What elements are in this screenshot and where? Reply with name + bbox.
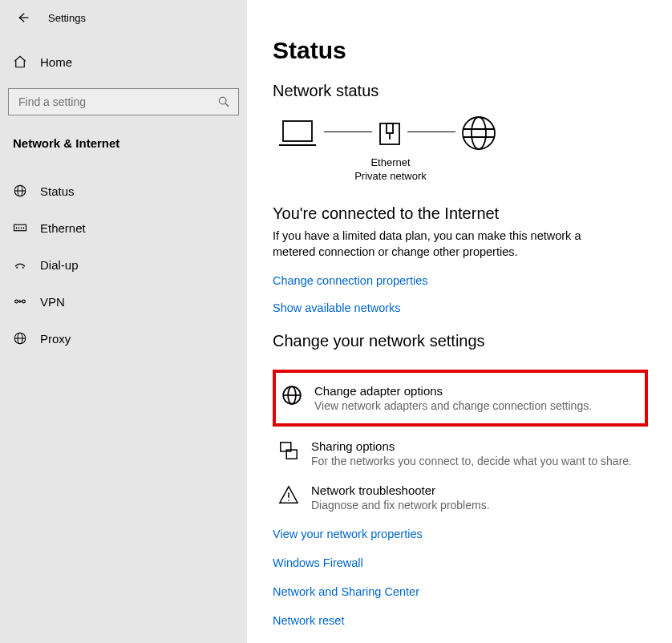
sharing-icon [277,439,300,462]
svg-rect-12 [387,123,393,133]
connected-desc: If you have a limited data plan, you can… [273,228,609,261]
connector-line [324,131,372,132]
link-windows-firewall[interactable]: Windows Firewall [273,556,648,569]
setting-title: Network troubleshooter [311,483,490,497]
svg-point-4 [16,267,18,269]
search-box[interactable] [8,88,239,115]
svg-point-7 [22,300,26,303]
page-title: Status [273,37,648,64]
sidebar-item-status[interactable]: Status [0,172,247,209]
sidebar: Settings Home Network & Internet [0,0,247,643]
link-change-connection-properties[interactable]: Change connection properties [273,274,648,287]
network-type: Private network [271,170,510,184]
sidebar-item-vpn[interactable]: VPN [0,283,247,320]
router-icon [377,119,403,148]
sidebar-item-proxy[interactable]: Proxy [0,320,247,357]
laptop-icon [276,117,319,149]
setting-desc: View network adapters and change connect… [314,399,592,412]
dialup-icon [13,257,27,272]
vpn-icon [13,294,27,309]
sidebar-item-dialup[interactable]: Dial-up [0,246,247,283]
setting-change-adapter-options[interactable]: Change adapter options View network adap… [273,370,648,427]
link-view-network-properties[interactable]: View your network properties [273,528,648,540]
svg-point-19 [288,500,289,502]
connected-title: You're connected to the Internet [273,204,648,223]
setting-sharing-options[interactable]: Sharing options For the networks you con… [273,431,648,475]
change-settings-heading: Change your network settings [273,332,648,350]
svg-point-6 [15,300,18,303]
search-input[interactable] [17,95,217,109]
link-network-sharing-center[interactable]: Network and Sharing Center [273,585,648,598]
sidebar-item-label: Ethernet [40,221,86,235]
home-label: Home [40,55,72,69]
network-diagram [276,115,648,152]
sidebar-item-ethernet[interactable]: Ethernet [0,209,247,246]
globe-icon [13,184,27,198]
setting-title: Sharing options [311,439,632,453]
link-network-reset[interactable]: Network reset [273,614,648,627]
warning-icon [277,483,300,506]
svg-point-5 [22,267,24,269]
ethernet-icon [13,220,27,235]
connector-line [407,131,455,132]
sidebar-item-label: Dial-up [40,258,79,272]
svg-point-0 [219,97,226,104]
sidebar-item-label: VPN [40,295,65,309]
sidebar-item-label: Proxy [40,332,71,346]
connection-label: Ethernet [271,156,510,170]
svg-rect-10 [283,121,312,141]
home-icon [13,55,27,69]
sidebar-item-label: Status [40,184,75,198]
search-icon [217,95,230,108]
link-show-available-networks[interactable]: Show available networks [273,301,648,314]
setting-title: Change adapter options [314,384,592,398]
main-content: Status Network status Ethernet [247,0,672,643]
svg-point-14 [472,117,486,149]
sidebar-section-title: Network & Internet [0,136,247,150]
sidebar-nav: Status Ethernet Dial-up [0,172,247,357]
status-heading: Network status [273,82,648,100]
back-button[interactable] [11,6,34,29]
app-title: Settings [48,12,86,24]
svg-rect-3 [14,224,26,231]
globe-icon [13,331,27,346]
setting-desc: For the networks you connect to, decide … [311,455,632,467]
bottom-links: View your network properties Windows Fir… [273,528,648,627]
svg-point-13 [463,117,495,149]
adapter-icon [281,384,303,406]
diagram-caption: Ethernet Private network [271,156,510,184]
globe-large-icon [460,115,497,152]
setting-desc: Diagnose and fix network problems. [311,499,490,512]
sidebar-home[interactable]: Home [0,47,247,77]
setting-network-troubleshooter[interactable]: Network troubleshooter Diagnose and fix … [273,475,648,520]
titlebar: Settings [0,0,247,35]
